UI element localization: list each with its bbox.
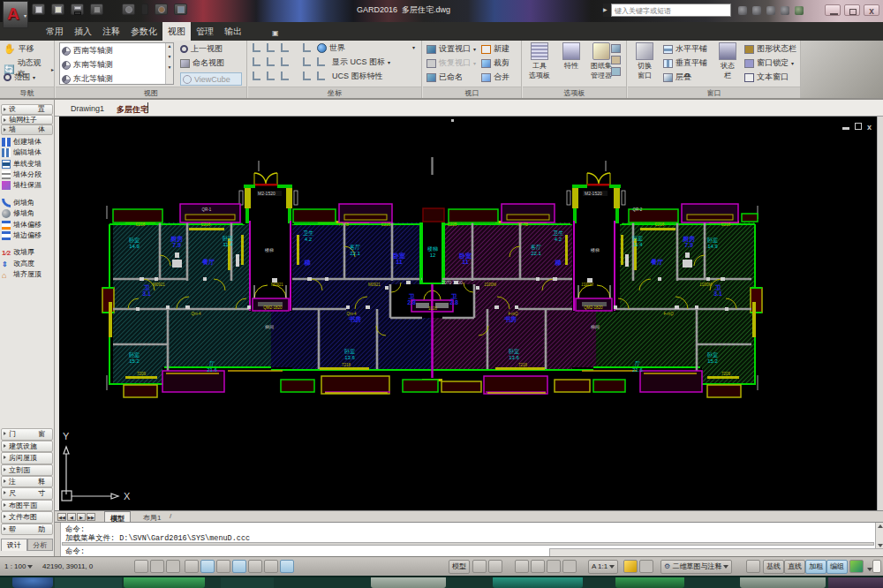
svg-text:书房: 书房 [349,315,361,323]
svg-text:卧室: 卧室 [344,348,355,354]
svg-text:C225: C225 [381,222,391,227]
svg-text:梯: 梯 [304,259,311,267]
svg-text:卧室: 卧室 [707,237,718,243]
svg-text:2070 1800: 2070 1800 [442,280,463,285]
svg-text:卧室: 卧室 [129,351,140,358]
svg-text:客厅: 客厅 [531,244,541,251]
svg-text:Qm-4: Qm-4 [191,312,201,316]
svg-text:2.8: 2.8 [407,299,416,305]
svg-text:22.1: 22.1 [350,251,360,256]
svg-text:C216: C216 [136,222,146,227]
svg-text:卫: 卫 [409,293,416,299]
svg-text:卧室: 卧室 [223,235,233,241]
svg-text:12: 12 [430,253,436,258]
svg-text:7.9: 7.9 [684,242,693,248]
svg-text:卫: 卫 [715,284,722,290]
svg-text:15.2: 15.2 [129,358,140,364]
svg-text:14.9: 14.9 [129,244,140,249]
svg-text:21.6: 21.6 [632,367,643,373]
svg-text:楼梯: 楼梯 [264,247,274,253]
svg-text:X: X [124,491,131,501]
svg-text:客厅: 客厅 [350,244,360,251]
svg-text:卧室: 卧室 [632,235,643,241]
svg-text:楼梯: 楼梯 [427,246,438,252]
svg-text:C216: C216 [655,222,665,227]
svg-text:M2-1520: M2-1520 [258,191,275,196]
svg-text:卧室: 卧室 [509,348,519,354]
svg-text:11: 11 [462,259,469,265]
svg-text:7209: 7209 [137,372,147,376]
svg-text:餐厅: 餐厅 [651,259,663,266]
svg-text:4.2: 4.2 [555,237,562,242]
svg-text:卫: 卫 [451,293,458,299]
svg-text:3.1: 3.1 [713,290,722,297]
svg-text:QM2-1820: QM2-1820 [263,305,283,310]
svg-text:11.4: 11.4 [632,242,643,247]
svg-text:卧室: 卧室 [129,237,140,243]
svg-text:11.4: 11.4 [223,242,233,247]
svg-text:C216: C216 [201,222,211,227]
svg-text:卧室: 卧室 [393,252,405,259]
svg-text:13.6: 13.6 [509,355,519,360]
svg-text:餐厅: 餐厅 [202,259,215,266]
svg-text:7T-7B: 7T-7B [338,222,349,227]
svg-text:Y: Y [63,431,70,441]
svg-text:卫: 卫 [144,284,151,290]
svg-text:QR-1: QR-1 [202,207,212,212]
svg-text:QR-2: QR-2 [633,207,643,212]
svg-text:C225: C225 [448,222,457,227]
svg-text:梯间: 梯间 [590,324,600,330]
svg-text:QM2-1820: QM2-1820 [584,305,603,310]
svg-text:7218: 7218 [518,363,528,367]
svg-text:3.1: 3.1 [142,290,151,297]
svg-text:梯间: 梯间 [264,324,274,330]
svg-text:1020: 1020 [428,306,438,311]
svg-text:2.8: 2.8 [449,299,458,305]
svg-text:14.9: 14.9 [707,244,718,249]
svg-text:7T-7B: 7T-7B [517,222,528,227]
svg-text:书房: 书房 [504,315,517,323]
svg-text:4.2: 4.2 [305,237,313,242]
svg-text:7.9: 7.9 [172,242,181,248]
svg-text:卫生: 卫生 [553,230,563,236]
svg-text:22.1: 22.1 [531,251,541,256]
svg-text:卧室: 卧室 [707,351,718,358]
svg-text:13.6: 13.6 [344,355,355,360]
svg-text:M0921: M0921 [368,283,381,287]
svg-text:M2-1520: M2-1520 [585,191,602,196]
svg-text:21.6: 21.6 [207,367,217,373]
svg-text:7209: 7209 [721,372,731,376]
svg-text:卧室: 卧室 [459,252,472,259]
svg-text:M0921: M0921 [153,283,165,287]
svg-text:M0921: M0921 [271,283,283,287]
svg-text:楼梯: 楼梯 [590,247,600,253]
svg-text:7218: 7218 [342,363,351,367]
svg-text:梯: 梯 [555,259,562,267]
svg-text:15.2: 15.2 [707,358,718,364]
svg-text:C216: C216 [721,222,731,227]
svg-text:卫生: 卫生 [303,230,313,236]
svg-text:11: 11 [396,259,403,265]
svg-text:厅: 厅 [209,360,215,366]
svg-text:厅: 厅 [635,360,640,366]
